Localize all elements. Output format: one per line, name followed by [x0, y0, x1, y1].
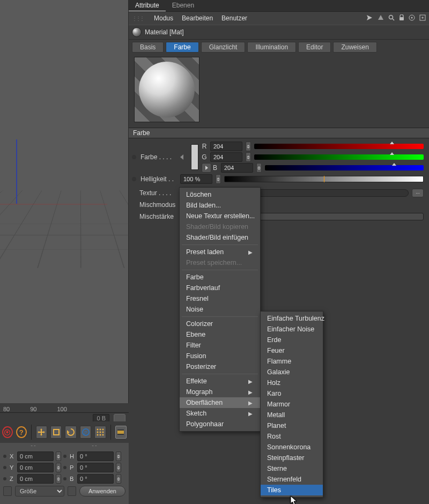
menu-item[interactable]: Oberflächen▶	[180, 397, 260, 408]
menu-item[interactable]: Posterizer	[180, 361, 260, 372]
collapse-triangle-icon[interactable]	[180, 154, 183, 160]
tab-attribute[interactable]: Attribute	[129, 0, 166, 11]
grid-tool-icon[interactable]	[94, 426, 106, 439]
help-icon[interactable]: ?	[16, 426, 27, 438]
submenu-item[interactable]: Galaxie	[261, 367, 323, 377]
tab-farbe[interactable]: Farbe	[166, 42, 198, 53]
submenu-item[interactable]: Flamme	[261, 356, 323, 367]
submenu-item[interactable]: Planet	[261, 420, 323, 431]
b-value[interactable]	[77, 474, 114, 484]
menu-item[interactable]: Polygonhaar	[180, 419, 260, 429]
g-value[interactable]	[210, 152, 242, 162]
submenu-item[interactable]: Einfache Turbulenz	[261, 313, 323, 324]
y-spinner[interactable]	[56, 463, 61, 472]
menu-item[interactable]: Effekte▶	[180, 376, 260, 387]
grip-icon[interactable]: ⋮⋮⋮	[132, 16, 143, 21]
tab-editor[interactable]: Editor	[298, 42, 331, 53]
g-slider[interactable]	[254, 154, 424, 160]
texture-browse-button[interactable]: ...	[412, 189, 424, 197]
color-swatch[interactable]	[191, 144, 198, 170]
rotate-tool-icon[interactable]	[65, 426, 76, 439]
mode-nub[interactable]	[3, 486, 12, 496]
tab-ebenen[interactable]: Ebenen	[166, 0, 201, 11]
menu-item[interactable]: Preset laden▶	[180, 247, 260, 257]
menu-item[interactable]: Ebene	[180, 329, 260, 340]
scale-tool-icon[interactable]	[50, 426, 62, 439]
color-model-toggle[interactable]	[202, 163, 211, 173]
submenu-item[interactable]: Marmor	[261, 399, 323, 410]
material-preview[interactable]	[134, 57, 199, 122]
size-nub[interactable]	[68, 486, 76, 496]
menu-item[interactable]: Mograph▶	[180, 387, 260, 397]
submenu-item[interactable]: Feuer	[261, 345, 323, 356]
submenu-item[interactable]: Metall	[261, 410, 323, 420]
submenu-item[interactable]: Einfacher Noise	[261, 324, 323, 335]
brightness-slider[interactable]	[224, 176, 424, 182]
h-value[interactable]	[77, 451, 114, 461]
menu-item[interactable]: Shader/Bild kopieren	[180, 221, 260, 232]
menu-modus[interactable]: Modus	[154, 14, 173, 22]
b-slider[interactable]	[265, 165, 424, 171]
parametric-tool-icon[interactable]: P	[80, 426, 91, 439]
brightness-value[interactable]	[180, 174, 212, 184]
submenu-item[interactable]: Sternenfeld	[261, 474, 323, 485]
submenu-item[interactable]: Karo	[261, 388, 323, 399]
menu-item[interactable]: Neue Textur erstellen...	[180, 211, 260, 221]
submenu-item[interactable]: Holz	[261, 377, 323, 388]
submenu-item[interactable]: Sonnenkorona	[261, 442, 323, 453]
b-value-input[interactable]	[221, 163, 253, 173]
menu-item[interactable]: Sketch▶	[180, 408, 260, 419]
oberflaechen-submenu[interactable]: Einfache TurbulenzEinfacher NoiseErdeFeu…	[260, 311, 323, 498]
p-value[interactable]	[77, 463, 114, 472]
menu-benutzer[interactable]: Benutzer	[221, 14, 247, 22]
menu-item[interactable]: Farbverlauf	[180, 283, 260, 293]
h-spinner[interactable]	[116, 451, 121, 461]
r-spinner[interactable]	[246, 142, 251, 151]
filmstrip-icon[interactable]	[115, 426, 127, 439]
back-arrow-icon[interactable]	[366, 14, 373, 23]
b-spinner[interactable]	[116, 474, 121, 484]
g-spinner[interactable]	[246, 152, 251, 162]
menu-item[interactable]: Colorizer	[180, 318, 260, 329]
new-window-icon[interactable]	[419, 14, 426, 23]
menu-item[interactable]: Fusion	[180, 351, 260, 361]
move-tool-icon[interactable]	[36, 426, 47, 439]
tab-zuweisen[interactable]: Zuweisen	[333, 42, 376, 53]
menu-bearbeiten[interactable]: Bearbeiten	[182, 14, 213, 22]
menu-item[interactable]: Shader/Bild einfügen	[180, 232, 260, 243]
apply-button[interactable]: Anwenden	[79, 486, 125, 496]
menu-item[interactable]: Fresnel	[180, 293, 260, 304]
menu-item[interactable]: Farbe	[180, 272, 260, 283]
texture-context-menu[interactable]: LöschenBild laden...Neue Textur erstelle…	[179, 187, 261, 432]
r-slider[interactable]	[254, 144, 424, 149]
tab-glanzlicht[interactable]: Glanzlicht	[201, 42, 246, 53]
p-spinner[interactable]	[116, 463, 121, 472]
lock-icon[interactable]	[399, 14, 404, 23]
z-spinner[interactable]	[56, 474, 61, 484]
submenu-item[interactable]: Rost	[261, 431, 323, 442]
b-spinner[interactable]	[256, 163, 262, 173]
x-value[interactable]	[17, 451, 54, 461]
submenu-item[interactable]: Tiles	[261, 485, 323, 495]
brightness-spinner[interactable]	[216, 174, 221, 184]
menu-item[interactable]: Preset speichern...	[180, 257, 260, 268]
tab-illumination[interactable]: Illumination	[247, 42, 296, 53]
submenu-item[interactable]: Sterne	[261, 463, 323, 474]
menu-item[interactable]: Filter	[180, 340, 260, 351]
menu-item[interactable]: Löschen	[180, 189, 260, 200]
x-spinner[interactable]	[56, 451, 61, 461]
up-arrow-icon[interactable]	[378, 14, 384, 23]
record-toggle-icon[interactable]: ⦿	[2, 426, 13, 438]
menu-item[interactable]: Bild laden...	[180, 200, 260, 211]
y-value[interactable]	[17, 463, 54, 472]
viewport-3d[interactable]	[0, 0, 129, 403]
target-icon[interactable]	[409, 14, 415, 23]
submenu-item[interactable]: Erde	[261, 335, 323, 345]
submenu-item[interactable]: Steinpflaster	[261, 453, 323, 463]
z-value[interactable]	[17, 474, 54, 484]
search-icon[interactable]	[388, 14, 395, 23]
r-value[interactable]	[210, 142, 242, 151]
menu-item[interactable]: Noise	[180, 304, 260, 315]
tab-basis[interactable]: Basis	[132, 42, 164, 53]
size-select[interactable]: Größe	[15, 486, 64, 496]
